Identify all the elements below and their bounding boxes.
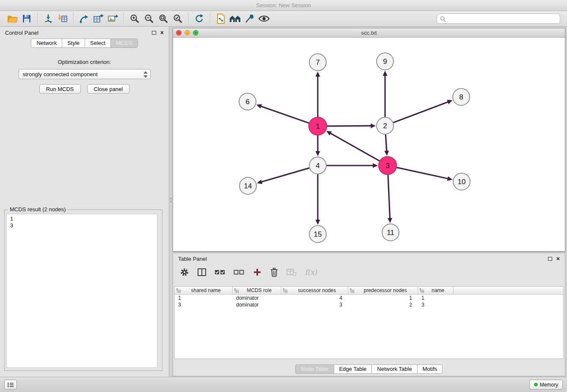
zoom-out-icon[interactable] bbox=[142, 12, 156, 25]
edge-arrowhead bbox=[447, 176, 453, 181]
result-line: 3 bbox=[10, 222, 154, 229]
toolbar-separator bbox=[124, 13, 124, 25]
apply-function-icon[interactable]: f(x) bbox=[305, 267, 317, 278]
table-row[interactable]: 3dominator323 bbox=[175, 301, 563, 308]
node-label: 2 bbox=[383, 122, 387, 130]
tab-node-table[interactable]: Node Table bbox=[295, 364, 334, 374]
network-snapshot-icon[interactable] bbox=[214, 12, 228, 25]
edge-arrowhead bbox=[316, 72, 320, 77]
graph-edge-1-2[interactable] bbox=[327, 126, 372, 126]
search-input[interactable] bbox=[448, 16, 557, 22]
criterion-select[interactable]: strongly connected component bbox=[19, 69, 151, 79]
show-panels-button[interactable] bbox=[4, 380, 17, 389]
tab-mcds[interactable]: MCDS bbox=[110, 39, 138, 48]
graph-edge-3-10[interactable] bbox=[396, 168, 448, 179]
table-settings-icon[interactable] bbox=[180, 267, 189, 278]
show-hide-graphics-icon[interactable] bbox=[257, 12, 271, 25]
tab-edge-table[interactable]: Edge Table bbox=[333, 364, 372, 374]
paint-style-icon[interactable] bbox=[242, 12, 257, 25]
memory-status-icon bbox=[534, 383, 538, 386]
column-header-predecessor-nodes[interactable]: predecessor nodes bbox=[348, 287, 418, 294]
close-panel-button[interactable]: Close panel bbox=[87, 84, 130, 94]
export-table-icon[interactable] bbox=[91, 12, 106, 25]
float-panel-icon[interactable] bbox=[152, 31, 156, 35]
search-box[interactable] bbox=[437, 14, 560, 24]
delete-table-icon[interactable] bbox=[286, 267, 297, 278]
close-table-panel-icon[interactable] bbox=[556, 257, 560, 261]
column-sort-icon bbox=[350, 288, 354, 293]
refresh-view-icon[interactable] bbox=[192, 12, 206, 25]
column-header-successor-nodes[interactable]: successor nodes bbox=[281, 287, 348, 294]
close-panel-icon[interactable] bbox=[160, 30, 164, 35]
table-cell: 3 bbox=[175, 301, 233, 308]
graph-edge-1-6[interactable] bbox=[260, 106, 309, 123]
node-label: 3 bbox=[385, 162, 389, 170]
column-sort-icon bbox=[419, 288, 424, 293]
tab-select[interactable]: Select bbox=[85, 39, 111, 48]
zoom-fit-icon[interactable] bbox=[156, 12, 171, 25]
network-window-titlebar[interactable]: scc.txt bbox=[173, 28, 565, 38]
memory-button[interactable]: Memory bbox=[529, 380, 563, 389]
export-image-icon[interactable] bbox=[106, 12, 120, 25]
save-session-icon[interactable] bbox=[19, 12, 34, 25]
tab-network[interactable]: Network bbox=[31, 39, 62, 48]
first-neighbors-icon[interactable] bbox=[228, 12, 242, 25]
open-session-icon[interactable] bbox=[5, 12, 19, 25]
export-network-icon[interactable] bbox=[77, 12, 91, 25]
toolbar-separator bbox=[188, 13, 189, 25]
graph-edge-2-3[interactable] bbox=[385, 135, 387, 152]
node-label: 10 bbox=[458, 178, 466, 186]
column-sort-icon bbox=[234, 288, 239, 293]
mcds-result-title: MCDS result (2 nodes) bbox=[8, 206, 67, 213]
search-icon bbox=[440, 16, 446, 22]
column-header-shared-name[interactable]: shared name bbox=[175, 287, 233, 294]
close-window-icon[interactable] bbox=[176, 30, 182, 36]
deselect-all-rows-icon[interactable] bbox=[234, 267, 245, 278]
table-cell: 3 bbox=[281, 301, 348, 308]
maximize-window-icon[interactable] bbox=[193, 30, 198, 36]
table-panel-tabs: Node TableEdge TableNetwork TableMotifs bbox=[295, 364, 443, 374]
node-label: 8 bbox=[459, 93, 463, 101]
tab-motifs[interactable]: Motifs bbox=[417, 364, 443, 374]
import-network-icon[interactable] bbox=[41, 12, 55, 25]
mcds-result-list[interactable]: 13 bbox=[6, 214, 157, 368]
table-row[interactable]: 1dominator411 bbox=[175, 295, 563, 301]
delete-column-icon[interactable] bbox=[270, 267, 278, 278]
node-table: shared nameMCDS rolesuccessor nodesprede… bbox=[174, 286, 564, 359]
select-all-rows-icon[interactable] bbox=[215, 267, 226, 278]
panel-splitter[interactable] bbox=[170, 198, 172, 204]
column-chooser-icon[interactable] bbox=[197, 267, 206, 278]
network-canvas[interactable]: 7968124314101511 bbox=[173, 38, 565, 251]
table-cell: dominator bbox=[233, 295, 281, 301]
toolbar-separator bbox=[210, 13, 210, 25]
node-label: 6 bbox=[245, 98, 249, 106]
window-titlebar[interactable]: Session: New Session bbox=[0, 0, 567, 11]
minimize-window-icon[interactable] bbox=[184, 30, 190, 36]
toolbar-separator bbox=[73, 13, 74, 25]
memory-button-label: Memory bbox=[540, 382, 558, 388]
graph-edge-4-14[interactable] bbox=[261, 168, 309, 182]
add-column-icon[interactable] bbox=[253, 267, 262, 278]
table-cell: 1 bbox=[348, 295, 418, 301]
import-table-icon[interactable] bbox=[55, 12, 70, 25]
column-header-mcds-role[interactable]: MCDS role bbox=[233, 287, 281, 294]
zoom-selected-icon[interactable] bbox=[171, 12, 185, 25]
edge-arrowhead bbox=[316, 151, 320, 156]
main-toolbar bbox=[0, 11, 567, 27]
table-body: 1dominator4113dominator323 bbox=[175, 295, 563, 308]
result-line: 1 bbox=[10, 215, 154, 222]
control-panel-tabs: NetworkStyleSelectMCDS bbox=[0, 39, 169, 48]
mcds-result-groupbox: MCDS result (2 nodes) 13 bbox=[4, 210, 162, 371]
tab-network-table[interactable]: Network Table bbox=[372, 364, 417, 374]
column-header-name[interactable]: name bbox=[418, 287, 454, 294]
zoom-in-icon[interactable] bbox=[127, 12, 142, 25]
tab-style[interactable]: Style bbox=[62, 39, 85, 48]
run-mcds-button[interactable]: Run MCDS bbox=[39, 84, 81, 94]
table-cell: 2 bbox=[348, 301, 418, 308]
edge-arrowhead bbox=[316, 220, 320, 225]
float-table-panel-icon[interactable] bbox=[548, 257, 552, 261]
graph-edge-3-11[interactable] bbox=[388, 175, 390, 219]
column-sort-icon bbox=[176, 288, 181, 293]
graph-edge-3-1[interactable] bbox=[330, 133, 380, 161]
graph-edge-2-8[interactable] bbox=[394, 102, 449, 122]
